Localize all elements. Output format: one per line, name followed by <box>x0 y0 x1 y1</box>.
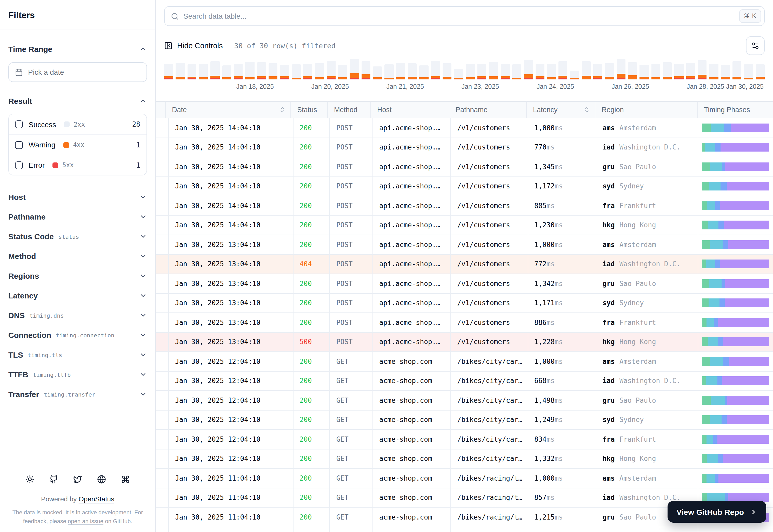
github-icon[interactable] <box>49 475 58 484</box>
date-picker-input[interactable]: Pick a date <box>8 62 147 82</box>
header-latency[interactable]: Latency <box>527 102 595 118</box>
filter-accordion-item[interactable]: Transfer timing.transfer <box>0 384 155 404</box>
result-filter-option[interactable]: Warning 4xx 1 <box>9 134 146 155</box>
cell-date: Jan 30, 2025 14:04:10 <box>169 138 293 157</box>
checkbox[interactable] <box>15 141 23 149</box>
cell-date: Jan 30, 2025 11:04:10 <box>169 527 293 532</box>
table-row[interactable]: Jan 30, 2025 14:04:10 200 POST api.acme-… <box>156 196 773 216</box>
table-row[interactable]: Jan 30, 2025 12:04:10 200 GET acme-shop.… <box>156 352 773 371</box>
table-row[interactable]: Jan 30, 2025 13:04:10 200 POST api.acme-… <box>156 235 773 255</box>
command-icon[interactable] <box>121 475 130 484</box>
table-row[interactable]: Jan 30, 2025 11:04:10 200 GET acme-shop.… <box>156 527 773 532</box>
table-row[interactable]: Jan 30, 2025 14:04:10 200 POST api.acme-… <box>156 216 773 235</box>
table-body: Jan 30, 2025 14:04:10 200 POST api.acme-… <box>156 118 773 532</box>
table-row[interactable]: Jan 30, 2025 12:04:10 200 GET acme-shop.… <box>156 430 773 449</box>
cell-timing-phases <box>698 235 773 254</box>
section-result[interactable]: Result <box>0 94 155 107</box>
histogram-bar <box>408 63 417 79</box>
cell-host: api.acme-shop.… <box>373 118 451 137</box>
controls-row: Hide Controls 30 of 30 row(s) filtered <box>164 36 765 55</box>
cell-pathname: /bikes/racing/t… <box>451 527 528 532</box>
filter-accordion-item[interactable]: Host <box>0 187 155 207</box>
table-row[interactable]: Jan 30, 2025 14:04:10 200 POST api.acme-… <box>156 157 773 177</box>
cell-indicator <box>156 391 169 410</box>
table-row[interactable]: Jan 30, 2025 14:04:10 200 POST api.acme-… <box>156 118 773 138</box>
status-color-chip <box>64 121 70 127</box>
histogram-bar <box>419 65 428 79</box>
cell-pathname: /v1/customers <box>451 196 528 215</box>
filter-accordion-item[interactable]: Regions <box>0 266 155 285</box>
table-row[interactable]: Jan 30, 2025 12:04:10 200 GET acme-shop.… <box>156 410 773 430</box>
result-filter-option[interactable]: Success 2xx 28 <box>9 114 146 134</box>
cell-host: api.acme-shop.… <box>373 216 451 235</box>
cell-date: Jan 30, 2025 13:04:10 <box>169 332 293 351</box>
cell-timing-phases <box>698 371 773 390</box>
table-row[interactable]: Jan 30, 2025 13:04:10 200 POST api.acme-… <box>156 274 773 294</box>
histogram-bar <box>269 63 278 79</box>
header-date[interactable]: Date <box>166 102 291 118</box>
cell-timing-phases <box>698 469 773 488</box>
filter-accordion-item[interactable]: DNS timing.dns <box>0 305 155 325</box>
histogram-bar <box>686 63 695 79</box>
histogram-bar <box>617 59 626 79</box>
cell-host: api.acme-shop.… <box>373 157 451 176</box>
table-row[interactable]: Jan 30, 2025 13:04:10 500 POST api.acme-… <box>156 332 773 352</box>
globe-icon[interactable] <box>97 475 106 484</box>
cell-latency: 1,107ms <box>528 527 597 532</box>
accordion-label: DNS <box>8 311 25 319</box>
table-row[interactable]: Jan 30, 2025 12:04:10 200 GET acme-shop.… <box>156 449 773 469</box>
cell-method: GET <box>330 352 373 371</box>
filter-accordion-item[interactable]: Pathname <box>0 207 155 226</box>
section-time-range[interactable]: Time Range <box>0 43 155 55</box>
table-row[interactable]: Jan 30, 2025 12:04:10 200 GET acme-shop.… <box>156 371 773 391</box>
histogram-bar <box>489 62 498 79</box>
cell-date: Jan 30, 2025 12:04:10 <box>169 371 293 390</box>
chevron-down-icon <box>139 331 147 339</box>
histogram-bar <box>593 64 602 79</box>
result-count: 1 <box>136 141 140 149</box>
timing-phases-bar <box>702 338 769 346</box>
status-color-chip <box>52 162 58 168</box>
result-filter-option[interactable]: Error 5xx 1 <box>9 155 146 175</box>
table-row[interactable]: Jan 30, 2025 13:04:10 200 POST api.acme-… <box>156 313 773 332</box>
cell-region: fraFrankfurt <box>597 430 698 449</box>
sun-icon[interactable] <box>25 475 34 484</box>
cell-latency: 668ms <box>528 371 597 390</box>
table-row[interactable]: Jan 30, 2025 11:04:10 200 GET acme-shop.… <box>156 469 773 488</box>
requests-histogram[interactable]: Jan 18, 2025Jan 20, 2025Jan 21, 2025Jan … <box>164 62 765 93</box>
header-indicator <box>156 102 166 118</box>
table-row[interactable]: Jan 30, 2025 13:04:10 404 POST api.acme-… <box>156 255 773 274</box>
table-row[interactable]: Jan 30, 2025 14:04:10 200 POST api.acme-… <box>156 177 773 196</box>
filter-accordion-item[interactable]: Method <box>0 246 155 266</box>
openstatus-link[interactable]: OpenStatus <box>79 495 114 503</box>
filter-accordion-item[interactable]: Latency <box>0 285 155 305</box>
cell-latency: 1,000ms <box>528 469 597 488</box>
cell-status: 200 <box>293 294 330 312</box>
cell-date: Jan 30, 2025 13:04:10 <box>169 294 293 312</box>
timing-phases-bar <box>702 201 769 210</box>
cell-pathname: /bikes/city/car… <box>451 352 528 371</box>
cell-region: iadWashington D.C. <box>597 255 698 274</box>
open-issue-link[interactable]: open an issue <box>68 518 103 524</box>
checkbox[interactable] <box>15 161 23 169</box>
cell-pathname: /v1/customers <box>451 294 528 312</box>
table-row[interactable]: Jan 30, 2025 13:04:10 200 POST api.acme-… <box>156 294 773 313</box>
cell-host: api.acme-shop.… <box>373 294 451 312</box>
checkbox[interactable] <box>15 120 23 128</box>
filter-accordion-item[interactable]: TLS timing.tls <box>0 345 155 364</box>
cell-date: Jan 30, 2025 14:04:10 <box>169 157 293 176</box>
view-options-button[interactable] <box>746 36 765 55</box>
view-github-repo-button[interactable]: View GitHub Repo <box>668 501 766 523</box>
table-row[interactable]: Jan 30, 2025 14:04:10 200 POST api.acme-… <box>156 138 773 157</box>
cell-timing-phases <box>698 255 773 274</box>
cell-latency: 857ms <box>528 488 597 507</box>
filter-accordion-item[interactable]: Status Code status <box>0 226 155 246</box>
histogram-bar <box>547 64 556 79</box>
filter-accordion-item[interactable]: Connection timing.connection <box>0 325 155 345</box>
filter-accordion-item[interactable]: TTFB timing.ttfb <box>0 364 155 384</box>
twitter-icon[interactable] <box>73 475 82 484</box>
table-row[interactable]: Jan 30, 2025 12:04:10 200 GET acme-shop.… <box>156 391 773 410</box>
cell-method: GET <box>330 469 373 488</box>
search-input[interactable]: Search data table... ⌘K <box>164 6 765 26</box>
hide-controls-button[interactable]: Hide Controls <box>164 42 223 50</box>
